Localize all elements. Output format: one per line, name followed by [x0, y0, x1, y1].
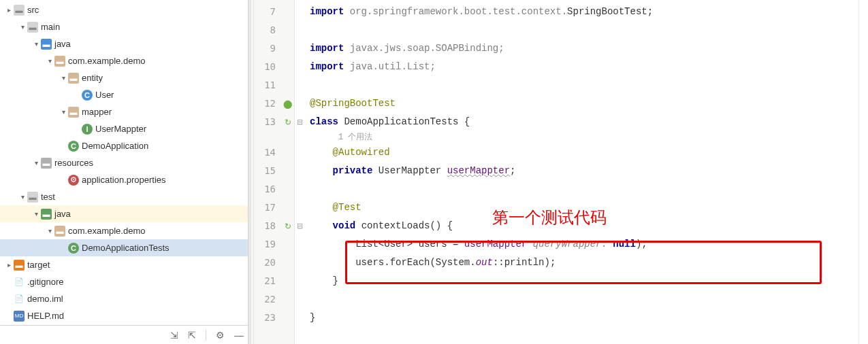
fold-cell[interactable]: [295, 309, 304, 327]
gutter-cell: [281, 131, 294, 143]
gutter-cell: [281, 143, 294, 162]
chevron-icon[interactable]: [18, 22, 27, 32]
tree-item[interactable]: ▬test: [0, 188, 248, 205]
line-number: 16: [254, 180, 276, 199]
gutter-cell: [281, 162, 294, 180]
folder-tan-icon: ▬: [54, 56, 65, 67]
chevron-icon[interactable]: [4, 311, 14, 321]
line-number: 9: [254, 39, 276, 58]
usage-hint[interactable]: 1 个用法: [310, 131, 858, 143]
tree-item[interactable]: ▬resources: [0, 154, 248, 171]
tree-item[interactable]: ▬java: [0, 35, 248, 52]
gutter-cell: [281, 235, 294, 254]
fold-cell[interactable]: [295, 58, 304, 76]
line-number: 18: [254, 217, 276, 235]
tree-item[interactable]: ▬mapper: [0, 103, 248, 120]
gutter-cell: [281, 309, 294, 327]
fold-cell[interactable]: ⊟: [295, 113, 304, 131]
tree-item[interactable]: CDemoApplication: [0, 137, 248, 154]
tree-item[interactable]: ▬src: [0, 1, 248, 18]
gutter-cell: [281, 58, 294, 76]
code-area[interactable]: import org.springframework.boot.test.con…: [304, 0, 858, 344]
code-line: }: [310, 309, 858, 327]
tree-item-label: test: [41, 192, 55, 202]
tree-item[interactable]: ▬java: [0, 205, 248, 222]
fold-cell[interactable]: [295, 143, 304, 162]
tree-item[interactable]: ▬entity: [0, 69, 248, 86]
chevron-icon[interactable]: [59, 175, 68, 185]
chevron-icon[interactable]: [45, 56, 54, 66]
line-number: 10: [254, 58, 276, 76]
fold-cell[interactable]: [295, 21, 304, 39]
tree-item[interactable]: IUserMappter: [0, 120, 248, 137]
chevron-icon[interactable]: [59, 73, 68, 83]
tree-item-label: com.example.demo: [68, 56, 145, 66]
fold-cell[interactable]: [295, 254, 304, 272]
line-number: 23: [254, 309, 276, 327]
chevron-icon[interactable]: [31, 39, 41, 49]
class-cg-icon: C: [68, 141, 79, 152]
fold-column[interactable]: ⊟⊟: [295, 0, 304, 344]
tree-item[interactable]: ▬main: [0, 18, 248, 35]
fold-cell[interactable]: [295, 199, 304, 217]
gutter-cell: [281, 39, 294, 58]
chevron-icon[interactable]: [72, 124, 82, 134]
tree-item-label: target: [27, 260, 50, 270]
code-editor[interactable]: 7891011121314151617181920212223 ⬤↻↻ ⊟⊟ i…: [248, 0, 868, 344]
fold-cell[interactable]: [295, 3, 304, 21]
code-line: @Autowired: [310, 143, 858, 162]
expand-all-icon[interactable]: ⇲: [170, 330, 178, 341]
run-icon[interactable]: ↻: [285, 222, 291, 231]
tree-item[interactable]: ▬target: [0, 256, 248, 273]
sidebar-toolbar: ⇲ ⇱ ⚙ —: [0, 325, 248, 344]
tree-item[interactable]: 📄.gitignore: [0, 273, 248, 290]
hide-icon[interactable]: —: [234, 330, 244, 341]
folder-green-icon: ▬: [41, 209, 52, 220]
fold-cell[interactable]: [295, 180, 304, 199]
chevron-icon[interactable]: [59, 141, 68, 151]
gutter-cell: ⬤: [281, 94, 294, 113]
folder-gray-icon: ▬: [27, 22, 38, 33]
fold-cell[interactable]: [295, 162, 304, 180]
line-numbers: 7891011121314151617181920212223: [254, 0, 281, 344]
tree-item[interactable]: CDemoApplicationTests: [0, 239, 248, 256]
prop-icon: ⚙: [68, 175, 79, 186]
settings-icon[interactable]: ⚙: [216, 330, 225, 341]
fold-cell[interactable]: ⊟: [295, 217, 304, 235]
fold-cell[interactable]: [295, 272, 304, 290]
fold-cell[interactable]: [295, 39, 304, 58]
chevron-icon[interactable]: [45, 226, 54, 236]
run-icon[interactable]: ↻: [285, 118, 291, 127]
fold-cell[interactable]: [295, 94, 304, 113]
chevron-icon[interactable]: [4, 294, 14, 304]
chevron-icon[interactable]: [59, 107, 68, 117]
chevron-icon[interactable]: [59, 243, 68, 253]
chevron-icon[interactable]: [4, 260, 14, 270]
tree-item[interactable]: CUser: [0, 86, 248, 103]
chevron-icon[interactable]: [4, 5, 14, 15]
project-tree[interactable]: ▬src▬main▬java▬com.example.demo▬entityCU…: [0, 0, 248, 325]
tree-item-label: User: [95, 90, 114, 100]
collapse-all-icon[interactable]: ⇱: [188, 330, 196, 341]
tree-item[interactable]: MDHELP.md: [0, 307, 248, 324]
annotation-label: 第一个测试代码: [492, 207, 607, 228]
fold-cell[interactable]: [295, 131, 304, 143]
chevron-icon[interactable]: [18, 192, 27, 202]
fold-cell[interactable]: [295, 290, 304, 309]
chevron-icon[interactable]: [31, 158, 41, 168]
tree-item-label: .gitignore: [27, 277, 63, 287]
tree-item[interactable]: ⚙application.properties: [0, 171, 248, 188]
chevron-icon[interactable]: [4, 277, 14, 287]
tree-item[interactable]: ▬com.example.demo: [0, 52, 248, 69]
chevron-icon[interactable]: [31, 209, 41, 219]
chevron-icon[interactable]: [72, 90, 82, 100]
folder-tan-icon: ▬: [68, 107, 79, 118]
line-number: 14: [254, 143, 276, 162]
spring-leaf-icon: ⬤: [283, 99, 292, 109]
code-line: import org.springframework.boot.test.con…: [310, 3, 858, 21]
editor-scrollbar[interactable]: [858, 0, 868, 344]
fold-cell[interactable]: [295, 235, 304, 254]
tree-item[interactable]: 📄demo.iml: [0, 290, 248, 307]
tree-item[interactable]: ▬com.example.demo: [0, 222, 248, 239]
fold-cell[interactable]: [295, 76, 304, 94]
